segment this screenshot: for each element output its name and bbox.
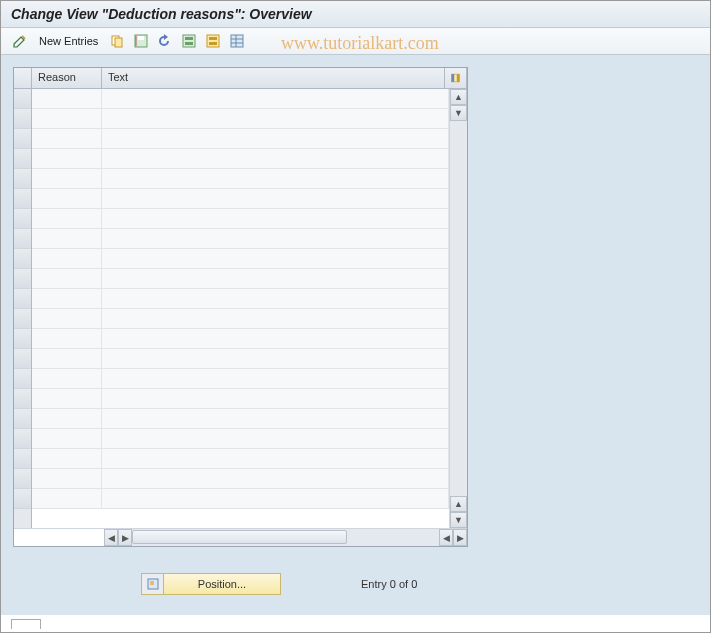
position-button[interactable]: Position...: [141, 573, 281, 595]
row-selector[interactable]: [14, 289, 31, 309]
cell-reason[interactable]: [32, 429, 102, 448]
edit-icon[interactable]: [11, 32, 29, 50]
row-selector[interactable]: [14, 429, 31, 449]
cell-text[interactable]: [102, 409, 449, 428]
row-selector[interactable]: [14, 349, 31, 369]
row-selector[interactable]: [14, 249, 31, 269]
row-selector[interactable]: [14, 489, 31, 509]
cell-reason[interactable]: [32, 149, 102, 168]
table-row[interactable]: [32, 309, 449, 329]
table-row[interactable]: [32, 349, 449, 369]
table-row[interactable]: [32, 369, 449, 389]
scroll-up-icon[interactable]: ▲: [450, 89, 467, 105]
table-row[interactable]: [32, 189, 449, 209]
save-icon[interactable]: [132, 32, 150, 50]
cell-reason[interactable]: [32, 129, 102, 148]
deselect-all-icon[interactable]: [204, 32, 222, 50]
row-selector[interactable]: [14, 389, 31, 409]
cell-reason[interactable]: [32, 449, 102, 468]
row-selector[interactable]: [14, 369, 31, 389]
cell-reason[interactable]: [32, 229, 102, 248]
cell-reason[interactable]: [32, 489, 102, 508]
row-selector[interactable]: [14, 409, 31, 429]
scroll-left-icon[interactable]: ◀: [104, 529, 118, 546]
column-header-reason[interactable]: Reason: [32, 68, 102, 88]
row-selector[interactable]: [14, 309, 31, 329]
cell-text[interactable]: [102, 229, 449, 248]
cell-text[interactable]: [102, 349, 449, 368]
table-row[interactable]: [32, 449, 449, 469]
cell-reason[interactable]: [32, 329, 102, 348]
cell-text[interactable]: [102, 89, 449, 108]
cell-text[interactable]: [102, 429, 449, 448]
cell-reason[interactable]: [32, 369, 102, 388]
cell-reason[interactable]: [32, 289, 102, 308]
column-header-text[interactable]: Text: [102, 68, 445, 88]
table-row[interactable]: [32, 209, 449, 229]
scroll-right-step-icon[interactable]: ◀: [439, 529, 453, 546]
row-selector[interactable]: [14, 149, 31, 169]
cell-reason[interactable]: [32, 469, 102, 488]
cell-text[interactable]: [102, 449, 449, 468]
cell-text[interactable]: [102, 169, 449, 188]
table-row[interactable]: [32, 149, 449, 169]
table-row[interactable]: [32, 229, 449, 249]
row-selector[interactable]: [14, 129, 31, 149]
table-row[interactable]: [32, 289, 449, 309]
scroll-up-step-icon[interactable]: ▲: [450, 496, 467, 512]
cell-reason[interactable]: [32, 269, 102, 288]
cell-reason[interactable]: [32, 209, 102, 228]
horizontal-thumb[interactable]: [132, 530, 347, 544]
copy-icon[interactable]: [108, 32, 126, 50]
row-selector[interactable]: [14, 329, 31, 349]
configure-columns-icon[interactable]: [445, 68, 467, 88]
row-selector[interactable]: [14, 449, 31, 469]
scroll-left-step-icon[interactable]: ▶: [118, 529, 132, 546]
table-row[interactable]: [32, 169, 449, 189]
row-selector[interactable]: [14, 229, 31, 249]
cell-text[interactable]: [102, 309, 449, 328]
cell-text[interactable]: [102, 489, 449, 508]
cell-text[interactable]: [102, 249, 449, 268]
cell-text[interactable]: [102, 389, 449, 408]
cell-text[interactable]: [102, 189, 449, 208]
table-row[interactable]: [32, 109, 449, 129]
undo-icon[interactable]: [156, 32, 174, 50]
row-selector[interactable]: [14, 189, 31, 209]
table-row[interactable]: [32, 469, 449, 489]
cell-reason[interactable]: [32, 389, 102, 408]
row-selector[interactable]: [14, 169, 31, 189]
cell-reason[interactable]: [32, 89, 102, 108]
vertical-scrollbar[interactable]: ▲ ▼ ▲ ▼: [449, 89, 467, 528]
new-entries-button[interactable]: New Entries: [35, 35, 102, 47]
row-selector[interactable]: [14, 469, 31, 489]
cell-reason[interactable]: [32, 189, 102, 208]
cell-text[interactable]: [102, 109, 449, 128]
cell-reason[interactable]: [32, 309, 102, 328]
row-selector[interactable]: [14, 209, 31, 229]
cell-text[interactable]: [102, 369, 449, 388]
row-selector[interactable]: [14, 89, 31, 109]
cell-text[interactable]: [102, 269, 449, 288]
table-row[interactable]: [32, 89, 449, 109]
row-selector[interactable]: [14, 109, 31, 129]
cell-text[interactable]: [102, 289, 449, 308]
table-settings-icon[interactable]: [228, 32, 246, 50]
table-row[interactable]: [32, 129, 449, 149]
table-row[interactable]: [32, 429, 449, 449]
cell-reason[interactable]: [32, 249, 102, 268]
cell-text[interactable]: [102, 469, 449, 488]
scroll-right-icon[interactable]: ▶: [453, 529, 467, 546]
cell-reason[interactable]: [32, 109, 102, 128]
cell-text[interactable]: [102, 149, 449, 168]
row-selector[interactable]: [14, 269, 31, 289]
cell-text[interactable]: [102, 209, 449, 228]
table-row[interactable]: [32, 249, 449, 269]
cell-reason[interactable]: [32, 409, 102, 428]
cell-reason[interactable]: [32, 169, 102, 188]
table-row[interactable]: [32, 409, 449, 429]
horizontal-scrollbar[interactable]: ◀ ▶ ◀ ▶: [14, 528, 467, 546]
cell-text[interactable]: [102, 129, 449, 148]
table-row[interactable]: [32, 329, 449, 349]
table-row[interactable]: [32, 489, 449, 509]
